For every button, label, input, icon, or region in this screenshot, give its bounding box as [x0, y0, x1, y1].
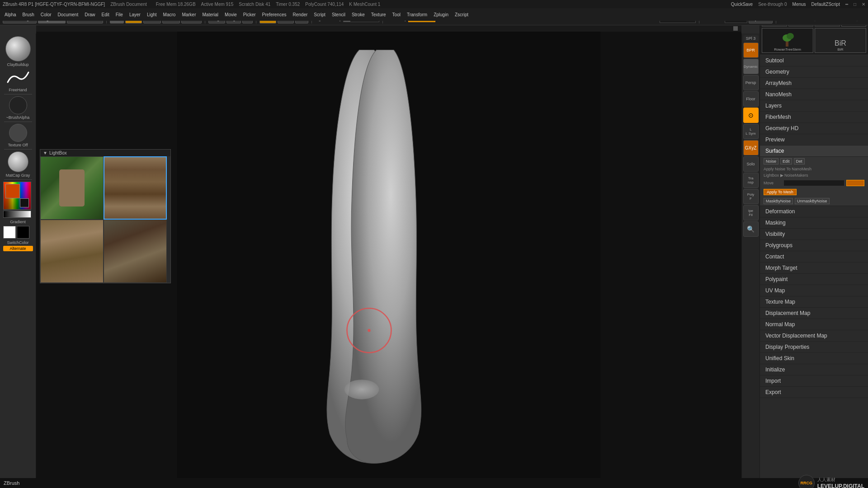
unified-skin-item[interactable]: Unified Skin: [760, 353, 868, 364]
white-swatch[interactable]: [3, 226, 16, 239]
arraymesh-item[interactable]: ArrayMesh: [760, 78, 868, 89]
background-color[interactable]: [20, 198, 29, 207]
noise-btn[interactable]: Noise: [764, 158, 778, 164]
apply-to-mesh-btn[interactable]: Apply To Mesh: [764, 189, 797, 195]
menu-render[interactable]: Render: [290, 12, 311, 17]
color-picker[interactable]: [3, 182, 31, 210]
uv-map-item[interactable]: UV Map: [760, 285, 868, 296]
texture-off[interactable]: Texture Off: [3, 124, 33, 147]
menu-color[interactable]: Color: [38, 12, 54, 17]
gxyz-btn[interactable]: GXyZ: [743, 140, 759, 155]
menu-marker[interactable]: Marker: [179, 12, 198, 17]
menu-light[interactable]: Light: [144, 12, 160, 17]
menu-tool[interactable]: Tool: [390, 12, 403, 17]
menu-movie[interactable]: Movie: [222, 12, 240, 17]
vector-displacement-item[interactable]: Vector Displacement Map: [760, 330, 868, 342]
quicksave-btn[interactable]: QuickSave: [731, 2, 753, 7]
brush-alpha[interactable]: ~BrushAlpha: [3, 96, 33, 120]
ipef-btn[interactable]: Ipe Fil: [743, 205, 759, 221]
polygroups-item[interactable]: Polygroups: [760, 240, 868, 251]
texture-thumb-4[interactable]: [104, 220, 167, 283]
foreground-color[interactable]: [5, 184, 20, 198]
texture-thumb-3[interactable]: [40, 220, 104, 283]
bpr-btn[interactable]: BPR: [743, 42, 759, 58]
import-item[interactable]: Import: [760, 375, 868, 387]
menu-texture[interactable]: Texture: [368, 12, 389, 17]
matcap-gray[interactable]: MatCap Gray: [3, 151, 33, 178]
menu-layer[interactable]: Layer: [127, 12, 143, 17]
clay-buildup-brush[interactable]: ClayBuildup: [3, 36, 33, 67]
menu-macro[interactable]: Macro: [160, 12, 179, 17]
export-item[interactable]: Export: [760, 387, 868, 398]
nanomesh-item[interactable]: NanoMesh: [760, 89, 868, 100]
menu-file[interactable]: File: [113, 12, 126, 17]
persp-btn[interactable]: Persp: [743, 75, 759, 90]
display-properties-item[interactable]: Display Properties: [760, 342, 868, 353]
menu-document[interactable]: Document: [55, 12, 81, 17]
normal-map-item[interactable]: Normal Map: [760, 319, 868, 330]
masking-item[interactable]: Masking: [760, 217, 868, 229]
texture-thumb-2[interactable]: [104, 156, 167, 220]
preset-rowan2[interactable]: RowanTreeStem: [762, 28, 813, 53]
move-slider[interactable]: [783, 180, 844, 186]
viewport-resize-icon[interactable]: [733, 26, 738, 31]
default-script[interactable]: DefaultZScript: [811, 2, 840, 7]
displacement-map-item[interactable]: Displacement Map: [760, 308, 868, 319]
fibermesh-item[interactable]: FiberMesh: [760, 112, 868, 123]
maskbynoise-btn[interactable]: MaskByNoise: [764, 198, 793, 204]
initialize-item[interactable]: Initialize: [760, 364, 868, 375]
deformation-item[interactable]: Deformation: [760, 206, 868, 217]
minimize-icon[interactable]: ━: [845, 2, 848, 7]
texture-map-item[interactable]: Texture Map: [760, 296, 868, 308]
lsym-btn[interactable]: L L Sym: [743, 124, 759, 139]
maximize-icon[interactable]: □: [854, 2, 856, 7]
texture-thumb-1[interactable]: [40, 156, 104, 220]
visibility-item[interactable]: Visibility: [760, 229, 868, 240]
lightbox-nm-label[interactable]: Lightbox ▶ NoiseMakers: [764, 173, 808, 178]
unmaskbynoise-btn[interactable]: UnmaskByNoise: [795, 198, 830, 204]
menu-zplugin[interactable]: Zplugin: [431, 12, 451, 17]
menu-picker[interactable]: Picker: [241, 12, 259, 17]
texture-panel-icon: ▼: [43, 150, 47, 155]
menu-zscript[interactable]: Zscript: [452, 12, 471, 17]
menu-transform[interactable]: Transform: [404, 12, 430, 17]
menu-draw[interactable]: Draw: [82, 12, 98, 17]
solo-btn[interactable]: Solo: [743, 156, 759, 172]
menu-alpha[interactable]: Alpha: [2, 12, 19, 17]
contact-item[interactable]: Contact: [760, 251, 868, 263]
dynamic-mode-btn[interactable]: Dynamic: [743, 59, 759, 74]
morph-target-item[interactable]: Morph Target: [760, 263, 868, 274]
preset-bir[interactable]: BiR BiR: [815, 28, 866, 53]
apply-noise-label[interactable]: Apply Noise To NanoMesh: [764, 167, 811, 171]
edit-btn-surface[interactable]: Edit: [780, 158, 792, 164]
subtool-item[interactable]: Subtool: [760, 55, 868, 66]
close-icon[interactable]: ✕: [862, 2, 865, 7]
move-value[interactable]: [846, 180, 864, 186]
transp-btn[interactable]: Tra nsp: [743, 173, 759, 188]
freehand-brush[interactable]: FreeHand: [3, 69, 33, 92]
det-btn[interactable]: Det: [794, 158, 805, 164]
floor-btn[interactable]: Floor: [743, 91, 759, 107]
menu-stroke[interactable]: Stroke: [349, 12, 368, 17]
alternate-btn[interactable]: Alternate: [3, 246, 33, 251]
local-btn[interactable]: ⊙: [743, 108, 759, 123]
gradient-bar[interactable]: [3, 211, 31, 218]
layers-item[interactable]: Layers: [760, 100, 868, 112]
menu-edit[interactable]: Edit: [99, 12, 112, 17]
menu-script[interactable]: Script: [311, 12, 328, 17]
polypaint-item[interactable]: Polypaint: [760, 274, 868, 285]
preview-item[interactable]: Preview: [760, 134, 868, 145]
menu-preferences[interactable]: Preferences: [259, 12, 289, 17]
polyf-btn[interactable]: Poly F: [743, 189, 759, 204]
menu-brush[interactable]: Brush: [20, 12, 37, 17]
geometry-item[interactable]: Geometry: [760, 66, 868, 78]
menu-material[interactable]: Material: [200, 12, 222, 17]
geometry-hd-item[interactable]: Geometry HD: [760, 123, 868, 134]
app-name: ZBrush: [4, 480, 19, 486]
surface-header[interactable]: Surface: [760, 145, 868, 157]
menu-toolbar: Alpha Brush Color Document Draw Edit Fil…: [0, 8, 868, 21]
menu-stencil[interactable]: Stencil: [329, 12, 348, 17]
zoom-btn[interactable]: 🔍: [743, 221, 759, 237]
black-swatch[interactable]: [17, 226, 29, 239]
menus-btn[interactable]: Menus: [793, 2, 806, 7]
